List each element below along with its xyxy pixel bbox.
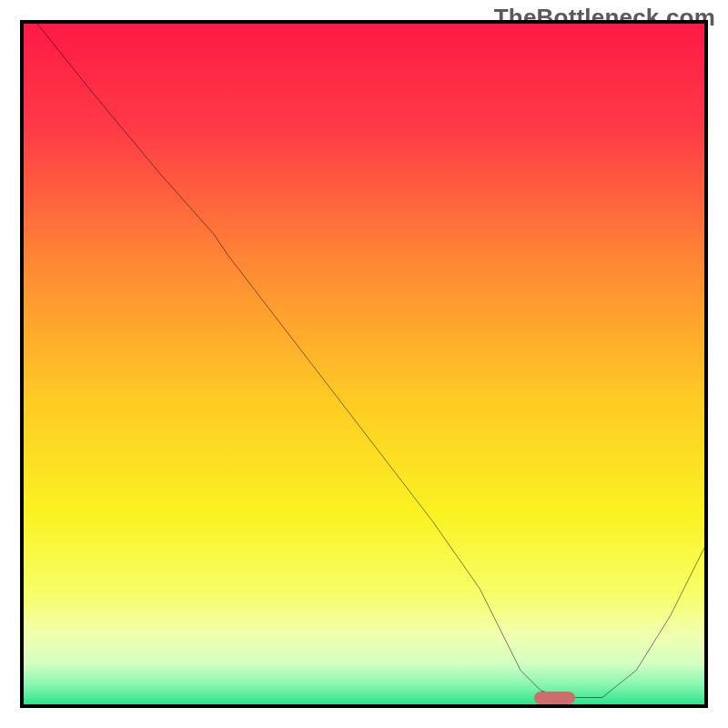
curve-line bbox=[24, 24, 704, 704]
plot-area bbox=[20, 20, 708, 708]
chart-frame: TheBottleneck.com bbox=[0, 0, 728, 728]
optimal-marker bbox=[534, 692, 575, 704]
